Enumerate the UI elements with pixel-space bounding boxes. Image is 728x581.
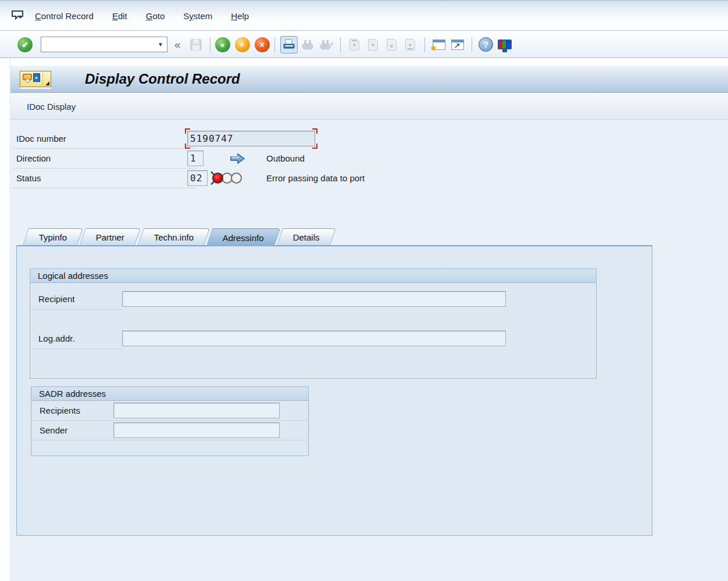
- command-field-wrap: ▼: [41, 37, 167, 52]
- first-page-icon: ▲: [349, 39, 359, 51]
- traffic-light-green-icon: [231, 173, 242, 184]
- title-bar: ▸ Display Control Record: [10, 66, 728, 93]
- command-dropdown-icon[interactable]: ▼: [154, 41, 167, 48]
- log-addr-label: Log.addr.: [30, 328, 122, 349]
- last-page-icon: ▼: [405, 39, 415, 51]
- new-session-button[interactable]: ✱: [430, 36, 448, 53]
- save-button[interactable]: [187, 36, 205, 53]
- logical-addresses-group-title: Logical addresses: [30, 269, 596, 283]
- print-icon: [283, 39, 295, 51]
- status-traffic-light-icon: [212, 173, 240, 184]
- direction-input[interactable]: [187, 150, 204, 166]
- object-services-button[interactable]: ▸: [20, 71, 51, 87]
- object-services-icon: ▸: [20, 71, 43, 87]
- focus-bracket-icon: [185, 128, 190, 134]
- customize-layout-icon: [498, 40, 512, 49]
- direction-label: Direction: [13, 153, 51, 163]
- back-button[interactable]: «: [215, 37, 230, 52]
- adressinfo-tab-panel: Logical addresses Recipient Log.addr. SA…: [16, 245, 652, 536]
- log-addr-row: Log.addr.: [30, 328, 596, 349]
- toolbar-separator: [424, 37, 425, 52]
- sender-label: Sender: [31, 421, 113, 440]
- toolbar-separator: [340, 37, 341, 52]
- create-shortcut-button[interactable]: ↗: [449, 36, 466, 53]
- sender-row: Sender: [31, 421, 308, 440]
- status-input[interactable]: [187, 170, 208, 186]
- enter-icon[interactable]: ✔: [17, 37, 33, 52]
- object-services-dropdown-icon[interactable]: [43, 71, 51, 87]
- recipients-label: Recipients: [31, 401, 113, 420]
- customize-layout-button[interactable]: [496, 36, 513, 53]
- focus-bracket-icon: [312, 128, 317, 134]
- menu-item-help[interactable]: Help: [231, 9, 249, 23]
- status-text: Error passing data to port: [266, 173, 365, 183]
- toolbar-separator: [274, 37, 275, 52]
- tab-typinfo[interactable]: Typinfo: [23, 228, 83, 245]
- toolbar-separator: [210, 37, 210, 52]
- tab-partner[interactable]: Partner: [80, 228, 141, 245]
- direction-text: Outbound: [266, 153, 305, 163]
- idoc-number-label: IDoc number: [13, 134, 66, 144]
- menu-bar: Control Record Edit Goto System Help: [0, 0, 728, 31]
- tab-techn-info[interactable]: Techn.info: [138, 228, 210, 245]
- idoc-number-focus-wrap: [187, 131, 315, 146]
- menu-item-system[interactable]: System: [183, 9, 212, 23]
- sadr-addresses-group-title: SADR addresses: [31, 387, 308, 401]
- log-addr-input[interactable]: [122, 331, 506, 346]
- page-up-icon: ▲: [368, 39, 378, 51]
- menu-item-control-record[interactable]: Control Record: [35, 9, 94, 23]
- find-button[interactable]: [299, 36, 316, 53]
- tab-adressinfo[interactable]: Adressinfo: [206, 228, 281, 246]
- focus-bracket-icon: [312, 144, 317, 149]
- menu-item-edit[interactable]: Edit: [112, 9, 127, 23]
- save-icon: [190, 38, 202, 51]
- direction-row: Direction: [13, 149, 197, 168]
- focus-bracket-icon: [185, 144, 190, 149]
- sadr-addresses-group: SADR addresses Recipients Sender: [31, 386, 309, 456]
- cancel-button[interactable]: ×: [255, 37, 270, 52]
- recipient-label: Recipient: [30, 288, 122, 310]
- last-page-button[interactable]: ▼: [402, 36, 419, 53]
- system-menu-icon[interactable]: [10, 10, 26, 21]
- recipient-row: Recipient: [30, 288, 596, 310]
- page-down-icon: ▼: [387, 39, 397, 51]
- recipient-input[interactable]: [122, 291, 506, 307]
- menu-item-goto[interactable]: Goto: [146, 9, 165, 23]
- page-down-button[interactable]: ▼: [383, 36, 401, 53]
- find-next-button[interactable]: +: [317, 36, 335, 53]
- traffic-light-red-icon: [212, 173, 223, 184]
- recipients-row: Recipients: [31, 401, 308, 421]
- idoc-number-input[interactable]: [187, 131, 315, 146]
- find-next-icon: +: [319, 39, 333, 51]
- content-area: IDoc number Direction Outbound Status: [10, 120, 728, 581]
- status-label: Status: [13, 173, 41, 183]
- page-up-button[interactable]: ▲: [365, 36, 382, 53]
- sender-input[interactable]: [113, 422, 280, 438]
- sap-gui-window: Control Record Edit Goto System Help ✔ ▼…: [0, 0, 728, 581]
- toolbar-separator: [472, 37, 472, 52]
- logical-addresses-group: Logical addresses Recipient Log.addr.: [30, 268, 597, 379]
- page-title: Display Control Record: [85, 71, 240, 87]
- print-button[interactable]: [280, 36, 298, 53]
- help-button[interactable]: ?: [477, 36, 495, 53]
- help-icon: ?: [479, 37, 493, 52]
- standard-toolbar: ✔ ▼ « « « ×: [0, 31, 728, 58]
- status-row: Status: [13, 168, 197, 188]
- find-icon: [301, 39, 315, 51]
- outbound-arrow-icon: [230, 153, 245, 164]
- recipients-input[interactable]: [113, 403, 280, 418]
- command-field-input[interactable]: [41, 37, 154, 52]
- collapse-toolbar-icon[interactable]: «: [174, 38, 181, 51]
- left-gutter: [0, 58, 10, 581]
- idoc-display-button[interactable]: IDoc Display: [23, 100, 79, 113]
- tab-strip: Typinfo Partner Techn.info Adressinfo De…: [26, 228, 336, 245]
- exit-button[interactable]: «: [235, 37, 250, 52]
- application-toolbar: IDoc Display: [10, 93, 728, 120]
- new-session-icon: ✱: [433, 40, 445, 50]
- idoc-number-row: IDoc number: [13, 129, 197, 149]
- first-page-button[interactable]: ▲: [346, 36, 363, 53]
- svg-text:+: +: [330, 41, 333, 47]
- tab-details[interactable]: Details: [277, 228, 336, 245]
- create-shortcut-icon: ↗: [451, 40, 464, 50]
